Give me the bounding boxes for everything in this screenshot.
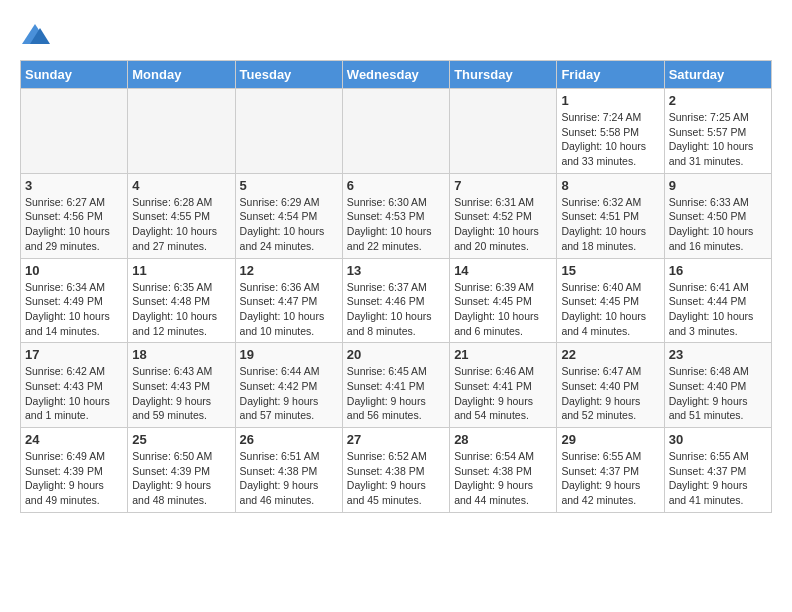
calendar-day-cell: 6Sunrise: 6:30 AM Sunset: 4:53 PM Daylig…	[342, 173, 449, 258]
day-info: Sunrise: 6:30 AM Sunset: 4:53 PM Dayligh…	[347, 195, 445, 254]
weekday-header: Monday	[128, 61, 235, 89]
day-number: 30	[669, 432, 767, 447]
calendar-day-cell: 4Sunrise: 6:28 AM Sunset: 4:55 PM Daylig…	[128, 173, 235, 258]
day-number: 24	[25, 432, 123, 447]
day-number: 29	[561, 432, 659, 447]
calendar-day-cell: 11Sunrise: 6:35 AM Sunset: 4:48 PM Dayli…	[128, 258, 235, 343]
calendar-day-cell: 21Sunrise: 6:46 AM Sunset: 4:41 PM Dayli…	[450, 343, 557, 428]
day-info: Sunrise: 6:46 AM Sunset: 4:41 PM Dayligh…	[454, 364, 552, 423]
calendar-day-cell: 20Sunrise: 6:45 AM Sunset: 4:41 PM Dayli…	[342, 343, 449, 428]
day-number: 15	[561, 263, 659, 278]
calendar-day-cell: 26Sunrise: 6:51 AM Sunset: 4:38 PM Dayli…	[235, 428, 342, 513]
calendar-day-cell: 3Sunrise: 6:27 AM Sunset: 4:56 PM Daylig…	[21, 173, 128, 258]
day-info: Sunrise: 6:55 AM Sunset: 4:37 PM Dayligh…	[561, 449, 659, 508]
day-info: Sunrise: 6:32 AM Sunset: 4:51 PM Dayligh…	[561, 195, 659, 254]
logo-icon	[20, 20, 50, 50]
calendar-day-cell: 25Sunrise: 6:50 AM Sunset: 4:39 PM Dayli…	[128, 428, 235, 513]
calendar-day-cell: 22Sunrise: 6:47 AM Sunset: 4:40 PM Dayli…	[557, 343, 664, 428]
day-info: Sunrise: 6:52 AM Sunset: 4:38 PM Dayligh…	[347, 449, 445, 508]
day-number: 23	[669, 347, 767, 362]
calendar-week-row: 3Sunrise: 6:27 AM Sunset: 4:56 PM Daylig…	[21, 173, 772, 258]
day-number: 2	[669, 93, 767, 108]
logo	[20, 20, 54, 50]
day-info: Sunrise: 6:47 AM Sunset: 4:40 PM Dayligh…	[561, 364, 659, 423]
calendar-day-cell: 16Sunrise: 6:41 AM Sunset: 4:44 PM Dayli…	[664, 258, 771, 343]
calendar-day-cell: 14Sunrise: 6:39 AM Sunset: 4:45 PM Dayli…	[450, 258, 557, 343]
calendar-day-cell	[342, 89, 449, 174]
calendar: SundayMondayTuesdayWednesdayThursdayFrid…	[20, 60, 772, 513]
day-number: 25	[132, 432, 230, 447]
day-info: Sunrise: 6:44 AM Sunset: 4:42 PM Dayligh…	[240, 364, 338, 423]
day-info: Sunrise: 6:49 AM Sunset: 4:39 PM Dayligh…	[25, 449, 123, 508]
calendar-day-cell	[450, 89, 557, 174]
day-number: 9	[669, 178, 767, 193]
calendar-week-row: 17Sunrise: 6:42 AM Sunset: 4:43 PM Dayli…	[21, 343, 772, 428]
day-info: Sunrise: 7:25 AM Sunset: 5:57 PM Dayligh…	[669, 110, 767, 169]
calendar-day-cell: 19Sunrise: 6:44 AM Sunset: 4:42 PM Dayli…	[235, 343, 342, 428]
day-number: 7	[454, 178, 552, 193]
day-info: Sunrise: 6:55 AM Sunset: 4:37 PM Dayligh…	[669, 449, 767, 508]
calendar-day-cell: 23Sunrise: 6:48 AM Sunset: 4:40 PM Dayli…	[664, 343, 771, 428]
day-number: 28	[454, 432, 552, 447]
day-info: Sunrise: 6:28 AM Sunset: 4:55 PM Dayligh…	[132, 195, 230, 254]
day-number: 14	[454, 263, 552, 278]
calendar-day-cell: 10Sunrise: 6:34 AM Sunset: 4:49 PM Dayli…	[21, 258, 128, 343]
weekday-header: Thursday	[450, 61, 557, 89]
day-info: Sunrise: 6:54 AM Sunset: 4:38 PM Dayligh…	[454, 449, 552, 508]
calendar-day-cell: 12Sunrise: 6:36 AM Sunset: 4:47 PM Dayli…	[235, 258, 342, 343]
weekday-header: Wednesday	[342, 61, 449, 89]
calendar-day-cell: 27Sunrise: 6:52 AM Sunset: 4:38 PM Dayli…	[342, 428, 449, 513]
calendar-day-cell	[21, 89, 128, 174]
calendar-day-cell: 17Sunrise: 6:42 AM Sunset: 4:43 PM Dayli…	[21, 343, 128, 428]
day-info: Sunrise: 6:29 AM Sunset: 4:54 PM Dayligh…	[240, 195, 338, 254]
day-info: Sunrise: 6:31 AM Sunset: 4:52 PM Dayligh…	[454, 195, 552, 254]
calendar-day-cell: 8Sunrise: 6:32 AM Sunset: 4:51 PM Daylig…	[557, 173, 664, 258]
calendar-day-cell: 24Sunrise: 6:49 AM Sunset: 4:39 PM Dayli…	[21, 428, 128, 513]
calendar-day-cell: 5Sunrise: 6:29 AM Sunset: 4:54 PM Daylig…	[235, 173, 342, 258]
day-number: 8	[561, 178, 659, 193]
day-number: 3	[25, 178, 123, 193]
weekday-header: Saturday	[664, 61, 771, 89]
day-info: Sunrise: 6:36 AM Sunset: 4:47 PM Dayligh…	[240, 280, 338, 339]
calendar-day-cell: 28Sunrise: 6:54 AM Sunset: 4:38 PM Dayli…	[450, 428, 557, 513]
day-info: Sunrise: 6:43 AM Sunset: 4:43 PM Dayligh…	[132, 364, 230, 423]
day-number: 22	[561, 347, 659, 362]
day-info: Sunrise: 6:40 AM Sunset: 4:45 PM Dayligh…	[561, 280, 659, 339]
day-info: Sunrise: 6:27 AM Sunset: 4:56 PM Dayligh…	[25, 195, 123, 254]
day-number: 19	[240, 347, 338, 362]
day-number: 21	[454, 347, 552, 362]
day-info: Sunrise: 6:41 AM Sunset: 4:44 PM Dayligh…	[669, 280, 767, 339]
calendar-day-cell: 13Sunrise: 6:37 AM Sunset: 4:46 PM Dayli…	[342, 258, 449, 343]
day-info: Sunrise: 6:48 AM Sunset: 4:40 PM Dayligh…	[669, 364, 767, 423]
day-number: 6	[347, 178, 445, 193]
calendar-day-cell	[128, 89, 235, 174]
day-info: Sunrise: 6:34 AM Sunset: 4:49 PM Dayligh…	[25, 280, 123, 339]
weekday-header: Tuesday	[235, 61, 342, 89]
day-info: Sunrise: 6:42 AM Sunset: 4:43 PM Dayligh…	[25, 364, 123, 423]
day-info: Sunrise: 6:33 AM Sunset: 4:50 PM Dayligh…	[669, 195, 767, 254]
header	[20, 20, 772, 50]
calendar-day-cell: 7Sunrise: 6:31 AM Sunset: 4:52 PM Daylig…	[450, 173, 557, 258]
day-number: 26	[240, 432, 338, 447]
calendar-day-cell: 18Sunrise: 6:43 AM Sunset: 4:43 PM Dayli…	[128, 343, 235, 428]
day-number: 5	[240, 178, 338, 193]
calendar-day-cell: 30Sunrise: 6:55 AM Sunset: 4:37 PM Dayli…	[664, 428, 771, 513]
day-info: Sunrise: 7:24 AM Sunset: 5:58 PM Dayligh…	[561, 110, 659, 169]
calendar-week-row: 24Sunrise: 6:49 AM Sunset: 4:39 PM Dayli…	[21, 428, 772, 513]
day-number: 10	[25, 263, 123, 278]
day-number: 1	[561, 93, 659, 108]
day-info: Sunrise: 6:35 AM Sunset: 4:48 PM Dayligh…	[132, 280, 230, 339]
calendar-day-cell: 9Sunrise: 6:33 AM Sunset: 4:50 PM Daylig…	[664, 173, 771, 258]
day-number: 17	[25, 347, 123, 362]
day-number: 4	[132, 178, 230, 193]
calendar-header-row: SundayMondayTuesdayWednesdayThursdayFrid…	[21, 61, 772, 89]
weekday-header: Sunday	[21, 61, 128, 89]
day-number: 16	[669, 263, 767, 278]
calendar-day-cell: 1Sunrise: 7:24 AM Sunset: 5:58 PM Daylig…	[557, 89, 664, 174]
day-info: Sunrise: 6:37 AM Sunset: 4:46 PM Dayligh…	[347, 280, 445, 339]
day-number: 20	[347, 347, 445, 362]
day-number: 12	[240, 263, 338, 278]
day-info: Sunrise: 6:39 AM Sunset: 4:45 PM Dayligh…	[454, 280, 552, 339]
weekday-header: Friday	[557, 61, 664, 89]
calendar-week-row: 1Sunrise: 7:24 AM Sunset: 5:58 PM Daylig…	[21, 89, 772, 174]
